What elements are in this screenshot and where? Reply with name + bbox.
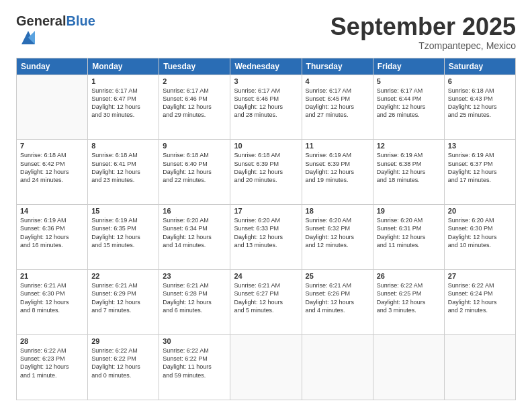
day-info: Sunrise: 6:18 AM Sunset: 6:41 PM Dayligh… (91, 151, 155, 184)
day-info: Sunrise: 6:19 AM Sunset: 6:35 PM Dayligh… (91, 216, 155, 249)
day-info: Sunrise: 6:20 AM Sunset: 6:31 PM Dayligh… (377, 216, 441, 249)
calendar-cell: 11Sunrise: 6:19 AM Sunset: 6:39 PM Dayli… (302, 140, 373, 205)
day-info: Sunrise: 6:22 AM Sunset: 6:25 PM Dayligh… (377, 281, 441, 314)
calendar-cell: 19Sunrise: 6:20 AM Sunset: 6:31 PM Dayli… (373, 205, 444, 270)
calendar-cell: 3Sunrise: 6:17 AM Sunset: 6:46 PM Daylig… (230, 75, 302, 140)
day-info: Sunrise: 6:21 AM Sunset: 6:27 PM Dayligh… (234, 281, 298, 314)
calendar-cell: 7Sunrise: 6:18 AM Sunset: 6:42 PM Daylig… (17, 140, 88, 205)
day-info: Sunrise: 6:22 AM Sunset: 6:24 PM Dayligh… (448, 281, 512, 314)
day-info: Sunrise: 6:22 AM Sunset: 6:22 PM Dayligh… (91, 347, 155, 379)
day-number: 28 (20, 337, 84, 345)
day-info: Sunrise: 6:17 AM Sunset: 6:47 PM Dayligh… (91, 87, 155, 120)
day-info: Sunrise: 6:19 AM Sunset: 6:38 PM Dayligh… (377, 151, 441, 184)
logo-general: General (16, 13, 66, 28)
calendar-cell: 24Sunrise: 6:21 AM Sunset: 6:27 PM Dayli… (230, 270, 302, 335)
day-info: Sunrise: 6:21 AM Sunset: 6:26 PM Dayligh… (306, 281, 369, 314)
day-info: Sunrise: 6:20 AM Sunset: 6:34 PM Dayligh… (163, 216, 226, 249)
day-info: Sunrise: 6:20 AM Sunset: 6:33 PM Dayligh… (234, 216, 298, 249)
day-info: Sunrise: 6:21 AM Sunset: 6:30 PM Dayligh… (20, 281, 84, 314)
calendar-cell: 22Sunrise: 6:21 AM Sunset: 6:29 PM Dayli… (88, 270, 159, 335)
day-number: 15 (91, 207, 155, 215)
calendar-cell (17, 75, 88, 140)
day-number: 24 (234, 272, 298, 280)
day-number: 11 (306, 142, 369, 150)
day-info: Sunrise: 6:17 AM Sunset: 6:45 PM Dayligh… (306, 87, 369, 120)
day-number: 30 (163, 337, 226, 345)
calendar-cell (230, 335, 302, 400)
day-number: 22 (91, 272, 155, 280)
calendar-cell: 30Sunrise: 6:22 AM Sunset: 6:22 PM Dayli… (159, 335, 230, 400)
day-info: Sunrise: 6:19 AM Sunset: 6:37 PM Dayligh… (448, 151, 512, 184)
day-number: 20 (448, 207, 512, 215)
calendar-week-1: 1Sunrise: 6:17 AM Sunset: 6:47 PM Daylig… (17, 75, 516, 140)
day-number: 2 (163, 77, 226, 85)
calendar-cell: 26Sunrise: 6:22 AM Sunset: 6:25 PM Dayli… (373, 270, 444, 335)
day-number: 25 (306, 272, 369, 280)
calendar-cell: 1Sunrise: 6:17 AM Sunset: 6:47 PM Daylig… (88, 75, 159, 140)
calendar-cell: 17Sunrise: 6:20 AM Sunset: 6:33 PM Dayli… (230, 205, 302, 270)
day-info: Sunrise: 6:21 AM Sunset: 6:29 PM Dayligh… (91, 281, 155, 314)
day-info: Sunrise: 6:18 AM Sunset: 6:42 PM Dayligh… (20, 151, 84, 184)
weekday-header-wednesday: Wednesday (230, 58, 302, 75)
day-number: 18 (306, 207, 369, 215)
calendar-cell: 4Sunrise: 6:17 AM Sunset: 6:45 PM Daylig… (302, 75, 373, 140)
weekday-header-friday: Friday (373, 58, 444, 75)
day-info: Sunrise: 6:20 AM Sunset: 6:32 PM Dayligh… (306, 216, 369, 249)
calendar-cell: 13Sunrise: 6:19 AM Sunset: 6:37 PM Dayli… (444, 140, 515, 205)
header: GeneralBlue September 2025 Tzompantepec,… (16, 13, 516, 51)
calendar-table: SundayMondayTuesdayWednesdayThursdayFrid… (16, 58, 516, 400)
logo-icon (19, 28, 38, 47)
weekday-header-monday: Monday (88, 58, 159, 75)
day-info: Sunrise: 6:18 AM Sunset: 6:40 PM Dayligh… (163, 151, 226, 184)
weekday-header-tuesday: Tuesday (159, 58, 230, 75)
calendar-cell: 6Sunrise: 6:18 AM Sunset: 6:43 PM Daylig… (444, 75, 515, 140)
calendar-cell: 16Sunrise: 6:20 AM Sunset: 6:34 PM Dayli… (159, 205, 230, 270)
calendar-cell: 12Sunrise: 6:19 AM Sunset: 6:38 PM Dayli… (373, 140, 444, 205)
day-info: Sunrise: 6:17 AM Sunset: 6:44 PM Dayligh… (377, 87, 441, 120)
logo-text: GeneralBlue (16, 13, 95, 28)
calendar-cell: 29Sunrise: 6:22 AM Sunset: 6:22 PM Dayli… (88, 335, 159, 400)
calendar-cell: 27Sunrise: 6:22 AM Sunset: 6:24 PM Dayli… (444, 270, 515, 335)
page: GeneralBlue September 2025 Tzompantepec,… (0, 0, 532, 411)
day-number: 21 (20, 272, 84, 280)
calendar-cell: 23Sunrise: 6:21 AM Sunset: 6:28 PM Dayli… (159, 270, 230, 335)
day-number: 16 (163, 207, 226, 215)
calendar-cell: 14Sunrise: 6:19 AM Sunset: 6:36 PM Dayli… (17, 205, 88, 270)
day-info: Sunrise: 6:19 AM Sunset: 6:39 PM Dayligh… (306, 151, 369, 184)
calendar-cell (444, 335, 515, 400)
day-number: 19 (377, 207, 441, 215)
day-number: 29 (91, 337, 155, 345)
day-number: 12 (377, 142, 441, 150)
logo: GeneralBlue (16, 13, 95, 50)
day-number: 26 (377, 272, 441, 280)
day-info: Sunrise: 6:18 AM Sunset: 6:39 PM Dayligh… (234, 151, 298, 184)
day-number: 8 (91, 142, 155, 150)
calendar-cell: 18Sunrise: 6:20 AM Sunset: 6:32 PM Dayli… (302, 205, 373, 270)
location: Tzompantepec, Mexico (330, 40, 516, 51)
calendar-cell: 20Sunrise: 6:20 AM Sunset: 6:30 PM Dayli… (444, 205, 515, 270)
calendar-cell (373, 335, 444, 400)
day-number: 7 (20, 142, 84, 150)
day-number: 5 (377, 77, 441, 85)
day-info: Sunrise: 6:18 AM Sunset: 6:43 PM Dayligh… (448, 87, 512, 120)
calendar-week-5: 28Sunrise: 6:22 AM Sunset: 6:23 PM Dayli… (17, 335, 516, 400)
calendar-cell: 10Sunrise: 6:18 AM Sunset: 6:39 PM Dayli… (230, 140, 302, 205)
day-info: Sunrise: 6:17 AM Sunset: 6:46 PM Dayligh… (234, 87, 298, 120)
day-number: 4 (306, 77, 369, 85)
day-number: 23 (163, 272, 226, 280)
month-title: September 2025 (330, 13, 516, 40)
calendar-cell: 9Sunrise: 6:18 AM Sunset: 6:40 PM Daylig… (159, 140, 230, 205)
day-number: 6 (448, 77, 512, 85)
weekday-header-saturday: Saturday (444, 58, 515, 75)
calendar-week-3: 14Sunrise: 6:19 AM Sunset: 6:36 PM Dayli… (17, 205, 516, 270)
calendar-header: SundayMondayTuesdayWednesdayThursdayFrid… (17, 58, 516, 75)
day-info: Sunrise: 6:19 AM Sunset: 6:36 PM Dayligh… (20, 216, 84, 249)
weekday-header-row: SundayMondayTuesdayWednesdayThursdayFrid… (17, 58, 516, 75)
calendar-cell: 8Sunrise: 6:18 AM Sunset: 6:41 PM Daylig… (88, 140, 159, 205)
day-number: 14 (20, 207, 84, 215)
calendar-body: 1Sunrise: 6:17 AM Sunset: 6:47 PM Daylig… (17, 75, 516, 400)
day-number: 10 (234, 142, 298, 150)
weekday-header-sunday: Sunday (17, 58, 88, 75)
calendar-week-4: 21Sunrise: 6:21 AM Sunset: 6:30 PM Dayli… (17, 270, 516, 335)
day-info: Sunrise: 6:22 AM Sunset: 6:23 PM Dayligh… (20, 347, 84, 379)
